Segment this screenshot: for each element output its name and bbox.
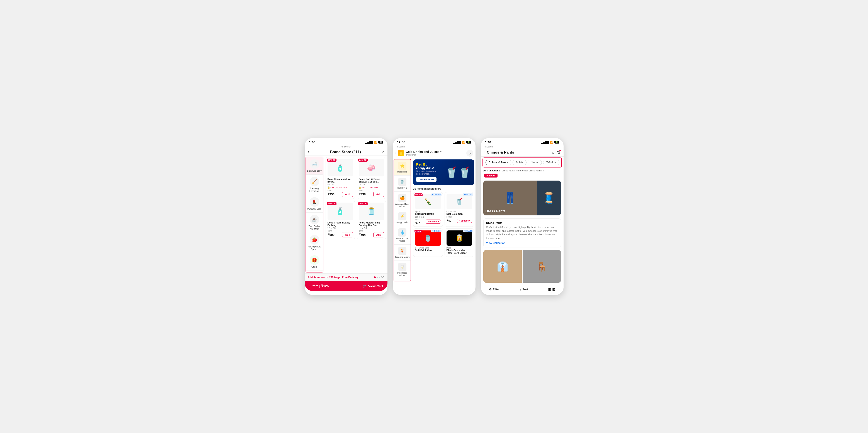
- rb-order-button[interactable]: ORDER NOW: [416, 177, 437, 182]
- price-row-3: ₹504 Add: [359, 232, 384, 237]
- collection-dress-pants[interactable]: Dress Pants: [502, 169, 515, 172]
- collection-k[interactable]: K: [543, 169, 545, 172]
- drink-brand-1: Coca-Cola: [446, 210, 472, 212]
- new-price-1: ₹338: [359, 193, 366, 196]
- header-3: ‹ Chinos & Pants ⌕ 🛍: [481, 148, 563, 157]
- options-button-1[interactable]: 4 options ▾: [457, 219, 472, 223]
- grid-grid-icon[interactable]: ⊞: [552, 287, 555, 292]
- drink-price-row-0: ₹80 ₹67 2 options ▾: [415, 219, 441, 225]
- sort-icon: ↕: [520, 288, 521, 291]
- sidebar-item-tea[interactable]: ☕ Tea , Coffee And More: [306, 212, 323, 233]
- second-featured-section: 👔 🪑: [483, 250, 561, 283]
- sidebar-label-offers: Offers: [311, 266, 317, 268]
- bag-icon-3[interactable]: 🛍: [557, 150, 560, 155]
- bottom-toolbar-3: ⚙ Filter ↕ Sort ▦ ⊞: [481, 285, 563, 295]
- collection-neapolitan[interactable]: Neapolitan Dress Pants: [517, 169, 542, 172]
- sidebar-item-cleaning[interactable]: 🧹 Cleaning Essentials: [306, 175, 323, 195]
- old-price-1: ₹450: [359, 190, 384, 192]
- add-button-3[interactable]: Add: [373, 232, 384, 237]
- product-qty-1: 750 ml: [359, 184, 384, 186]
- discount-badge-1: 24% Off: [358, 159, 368, 162]
- cart-icon: 🛒: [363, 284, 367, 288]
- wifi-icon-3: 📶: [550, 141, 553, 144]
- drinks-label-water: Water and Ice Cubes: [395, 237, 410, 242]
- product-img-1: 🧼: [359, 159, 384, 176]
- price-row-2: ₹609 Add: [328, 232, 353, 237]
- chilled-badge-2: ❄ CHILLED: [431, 230, 441, 232]
- collection-all[interactable]: All Collections: [483, 169, 500, 172]
- drinks-sidebar-bestsellers[interactable]: ⭐ Bestsellers: [394, 160, 410, 175]
- filter-button[interactable]: ⚙ Filter: [489, 288, 500, 291]
- search-icon-3[interactable]: ⌕: [552, 150, 554, 155]
- drinks-label-energy: Energy Drinks: [396, 221, 408, 224]
- product-card-1: 24% Off 🧼 Pears Soft & Fresh Shower Gel …: [357, 157, 386, 199]
- sidebar-label-tea: Tea , Coffee And More: [307, 225, 322, 230]
- search-icon-2[interactable]: ⌕: [466, 149, 473, 157]
- add-button-1[interactable]: Add: [373, 192, 384, 197]
- drinks-sidebar-energy[interactable]: ⚡ Energy Drinks: [394, 210, 410, 226]
- drinks-icon-water: 💧: [398, 228, 406, 237]
- battery-1: 96: [378, 141, 383, 143]
- page-count: 1/5: [381, 276, 384, 278]
- signal-icon-3: ▂▄▆█: [541, 141, 549, 144]
- drink-brand-2: Coca-Cola Zero: [415, 247, 441, 249]
- sidebar-item-bath[interactable]: 🛁 Bath And Body: [306, 157, 323, 175]
- drink-old-price-0: ₹80: [415, 219, 420, 221]
- search-icon-1[interactable]: ⌕: [382, 149, 384, 154]
- rb-cans-image: 🥤🥤: [445, 166, 471, 178]
- product-img-2: 🧴: [328, 203, 353, 220]
- drinks-sidebar-water[interactable]: 💧 Water and Ice Cubes: [394, 226, 410, 244]
- delivery-banner: Add items worth ₹99 to get Free Delivery…: [305, 273, 388, 281]
- drinks-sidebar-milk[interactable]: 🥛 Milk Based Drinks: [394, 261, 410, 279]
- page-dots: 1/5: [374, 276, 384, 278]
- add-button-2[interactable]: Add: [342, 232, 353, 237]
- status-bar-3: 1:01 ▂▄▆█ 📶 🔋: [481, 138, 563, 145]
- product-name-2: Dove Cream Beauty Bathing...: [328, 221, 353, 227]
- wifi-icon-2: 📶: [462, 141, 465, 144]
- page-title-3: Chinos & Pants: [487, 150, 550, 155]
- tab-chinos[interactable]: Chinos & Pants: [486, 160, 512, 165]
- options-button-0[interactable]: 2 options ▾: [426, 220, 441, 224]
- grid-list-icon[interactable]: ▦: [548, 287, 551, 292]
- drinks-sidebar-soda[interactable]: 🍹 Soda and Mixers: [394, 244, 410, 261]
- drinks-label-soft: Soft Drinks: [397, 187, 407, 189]
- sidebar-item-personal[interactable]: 💄 Personal Care: [306, 195, 323, 212]
- sidebar-icon-offers: 🎁: [310, 255, 319, 265]
- view-collection-link[interactable]: View Collection: [486, 241, 558, 244]
- view-all-button[interactable]: View All: [484, 174, 498, 177]
- signal-icon-2: ▂▄▆█: [453, 141, 461, 144]
- drinks-icon-soda: 🍹: [398, 247, 406, 255]
- drinks-sidebar-juices[interactable]: 🍊 Juices and Fruit Drinks: [394, 192, 410, 210]
- drink-card-2: 5% Off ❄ CHILLED 🥤 Coca-Cola Zero Soft D…: [413, 229, 443, 257]
- tab-shirts[interactable]: Shirts: [513, 160, 527, 165]
- store-name-row: Cold Drinks and Juices ▾ 448 items: [406, 150, 465, 156]
- back-button-2[interactable]: ‹: [395, 151, 396, 156]
- drink-prices-0: ₹80 ₹67: [415, 219, 420, 225]
- sidebar-item-ketchup[interactable]: 🍅 Ketchups And Sprea...: [306, 233, 323, 253]
- discount-badge-3: 25% Off: [358, 202, 368, 205]
- drinks-icon-star: ⭐: [398, 162, 406, 170]
- view-cart-bar[interactable]: 1 Item | ₹125 🛒 View Cart: [305, 281, 388, 291]
- store-title-2: Cold Drinks and Juices ▾: [406, 150, 465, 154]
- sidebar-label-ketchup: Ketchups And Sprea...: [307, 245, 322, 251]
- drinks-sidebar-soft[interactable]: 🥤 Soft Drinks: [394, 175, 410, 192]
- chilled-badge-3: ❄ CHILLED: [463, 230, 473, 232]
- drinks-label-milk: Milk Based Drinks: [395, 272, 410, 277]
- add-button-0[interactable]: Add: [342, 192, 353, 197]
- delivery-text: Add items worth ₹99 to get Free Delivery: [308, 276, 359, 279]
- products-area-1: 25% Off 🧴 Dove Deep Moisture Body... 800…: [324, 156, 388, 273]
- drink-new-price-1: ₹40: [446, 219, 451, 222]
- sort-button[interactable]: ↕ Sort: [520, 288, 528, 291]
- tab-tshirts[interactable]: T-Shirts: [543, 160, 559, 165]
- back-button-3[interactable]: ‹: [484, 150, 485, 155]
- redbull-banner: Red Bull energy drink! Now with the tast…: [413, 160, 474, 185]
- search-hint-1: ◄ Search: [305, 145, 388, 148]
- sidebar-item-offers[interactable]: 🎁 Offers: [306, 253, 323, 271]
- sidebar-label-personal: Personal Care: [308, 207, 321, 210]
- section-header-bestsellers: 30 items in Bestsellers: [413, 187, 474, 190]
- drinks-label-juices: Juices and Fruit Drinks: [395, 203, 410, 208]
- tab-jeans[interactable]: Jeans: [528, 160, 542, 165]
- price-row-0: ₹356 Add: [328, 192, 353, 197]
- drink-badge-0: 16% Off: [414, 193, 423, 196]
- drink-img-1: 🥤: [446, 194, 472, 209]
